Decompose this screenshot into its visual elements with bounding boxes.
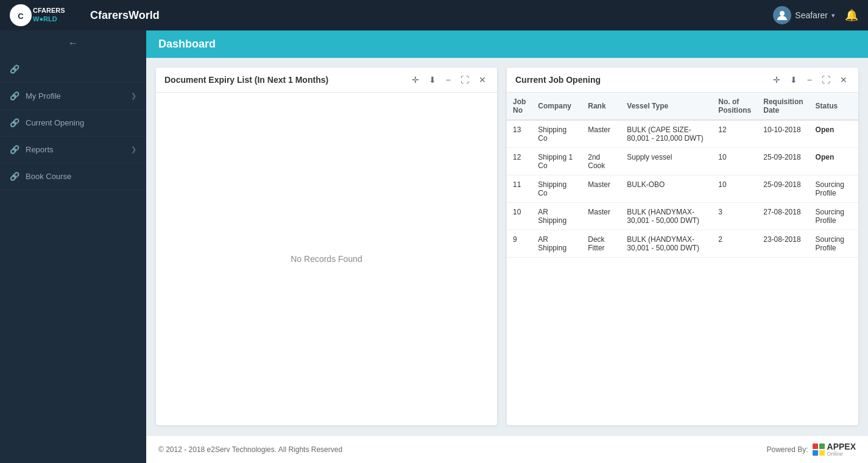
cell-company: AR Shipping <box>532 230 582 258</box>
cell-status: Sourcing Profile <box>810 230 858 258</box>
dashboard-body: Document Expiry List (In Next 1 Months) … <box>146 58 868 435</box>
minus-icon: − <box>446 75 451 85</box>
doc-widget-add-btn[interactable]: ✛ <box>409 74 422 86</box>
cell-req-date: 25-09-2018 <box>757 175 809 203</box>
cell-positions: 10 <box>712 148 757 175</box>
doc-widget-minimize-btn[interactable]: − <box>443 74 453 86</box>
dropdown-arrow-icon: ▾ <box>831 12 835 19</box>
col-rank: Rank <box>582 93 621 120</box>
job-widget-add-btn[interactable]: ✛ <box>771 74 783 86</box>
cell-status: Open <box>810 148 858 175</box>
cell-company: Shipping Co <box>532 175 582 203</box>
cell-req-date: 23-08-2018 <box>757 230 809 258</box>
job-widget-close-btn[interactable]: ✕ <box>838 74 850 86</box>
sidebar-item-my-profile[interactable]: 🔗 My Profile ❯ <box>0 83 146 110</box>
job-opening-widget: Current Job Opening ✛ ⬇ − ⛶ <box>507 68 858 425</box>
appex-online-text: Online <box>827 451 856 457</box>
doc-widget-download-btn[interactable]: ⬇ <box>426 74 439 86</box>
content-area: Dashboard Document Expiry List (In Next … <box>146 30 868 463</box>
doc-expiry-widget: Document Expiry List (In Next 1 Months) … <box>156 68 497 425</box>
cell-job-no: 11 <box>507 175 532 203</box>
job-widget-expand-btn[interactable]: ⛶ <box>819 74 833 86</box>
job-widget-minimize-btn[interactable]: − <box>805 74 814 86</box>
job-table-header: JobNo Company Rank Vessel Type No. ofPos… <box>507 93 858 120</box>
dashboard-title: Dashboard <box>158 38 216 50</box>
doc-widget-close-btn[interactable]: ✕ <box>476 74 489 86</box>
cell-job-no: 12 <box>507 148 532 175</box>
logo-area: C CFARERS W●RLD <box>10 4 83 26</box>
cell-rank: Master <box>582 175 621 203</box>
sidebar-item-current-opening[interactable]: 🔗 Current Opening <box>0 110 146 136</box>
job-close-icon: ✕ <box>840 75 847 85</box>
cell-rank: Master <box>582 203 621 230</box>
cell-rank: Master <box>582 120 621 148</box>
table-row: 11 Shipping Co Master BULK-OBO 10 25-09-… <box>507 175 858 203</box>
cell-company: Shipping Co <box>532 120 582 148</box>
cell-positions: 12 <box>712 120 757 148</box>
sidebar-label-my-profile: My Profile <box>26 91 61 101</box>
sidebar-item-reports[interactable]: 🔗 Reports ❯ <box>0 136 146 163</box>
sidebar-item-link[interactable]: 🔗 <box>0 56 146 83</box>
sidebar-toggle[interactable]: ← <box>0 30 146 56</box>
user-name: Seafarer <box>795 10 828 20</box>
cell-req-date: 10-10-2018 <box>757 120 809 148</box>
topbar-right: Seafarer ▾ 🔔 <box>773 6 858 24</box>
topbar-left: C CFARERS W●RLD CfarersWorld <box>10 4 160 26</box>
svg-point-4 <box>780 11 785 16</box>
link-icon: 🔗 <box>10 65 19 74</box>
cell-company: Shipping 1 Co <box>532 148 582 175</box>
notification-bell[interactable]: 🔔 <box>845 9 858 22</box>
cell-company: AR Shipping <box>532 203 582 230</box>
reports-chevron-icon: ❯ <box>131 146 136 154</box>
cell-req-date: 25-09-2018 <box>757 148 809 175</box>
cell-job-no: 13 <box>507 120 532 148</box>
reports-link-icon: 🔗 <box>10 145 19 154</box>
sidebar-label-book-course: Book Course <box>26 172 71 181</box>
col-req-date: RequisitionDate <box>757 93 809 120</box>
cell-status: Sourcing Profile <box>810 175 858 203</box>
topbar: C CFARERS W●RLD CfarersWorld Seafarer ▾ … <box>0 0 868 30</box>
sidebar-label-reports: Reports <box>26 145 54 154</box>
svg-text:C: C <box>18 12 24 21</box>
col-company: Company <box>532 93 582 120</box>
avatar <box>773 6 791 24</box>
svg-text:W●RLD: W●RLD <box>33 15 57 23</box>
col-positions: No. ofPositions <box>712 93 757 120</box>
doc-widget-expand-btn[interactable]: ⛶ <box>458 74 471 86</box>
svg-rect-6 <box>819 444 825 449</box>
profile-link-icon: 🔗 <box>10 91 19 101</box>
svg-rect-5 <box>813 444 818 449</box>
cell-status: Open <box>810 120 858 148</box>
logo-svg: C CFARERS W●RLD <box>10 4 83 26</box>
user-info[interactable]: Seafarer ▾ <box>773 6 835 24</box>
job-table: JobNo Company Rank Vessel Type No. ofPos… <box>507 93 858 258</box>
cell-vessel-type: BULK (HANDYMAX-30,001 - 50,000 DWT) <box>621 203 712 230</box>
expand-icon: ⛶ <box>460 75 469 85</box>
chevron-right-icon: ❯ <box>131 92 136 100</box>
job-table-body: 13 Shipping Co Master BULK (CAPE SIZE-80… <box>507 120 858 258</box>
col-status: Status <box>810 93 858 120</box>
app-title: CfarersWorld <box>90 9 160 22</box>
sidebar-item-book-course[interactable]: 🔗 Book Course <box>0 163 146 190</box>
job-widget-body: JobNo Company Rank Vessel Type No. ofPos… <box>507 93 858 425</box>
cell-vessel-type: BULK (HANDYMAX-30,001 - 50,000 DWT) <box>621 230 712 258</box>
cell-status: Sourcing Profile <box>810 203 858 230</box>
doc-widget-header: Document Expiry List (In Next 1 Months) … <box>156 68 497 93</box>
table-row: 10 AR Shipping Master BULK (HANDYMAX-30,… <box>507 203 858 230</box>
bell-icon: 🔔 <box>845 9 858 21</box>
toggle-arrow-icon: ← <box>68 38 78 49</box>
col-vessel-type: Vessel Type <box>621 93 712 120</box>
plus-icon: ✛ <box>412 75 419 85</box>
job-widget-header: Current Job Opening ✛ ⬇ − ⛶ <box>507 68 858 93</box>
cell-vessel-type: Supply vessel <box>621 148 712 175</box>
cell-positions: 3 <box>712 203 757 230</box>
cell-rank: Deck Fitter <box>582 230 621 258</box>
appex-cube-icon <box>812 443 825 456</box>
job-widget-controls: ✛ ⬇ − ⛶ ✕ <box>771 74 850 86</box>
cell-positions: 10 <box>712 175 757 203</box>
appex-logo: APPEX Online <box>812 442 856 457</box>
svg-rect-7 <box>813 450 818 456</box>
footer: © 2012 - 2018 e2Serv Technologies. All R… <box>146 435 868 463</box>
job-widget-download-btn[interactable]: ⬇ <box>788 74 800 86</box>
book-link-icon: 🔗 <box>10 172 19 181</box>
